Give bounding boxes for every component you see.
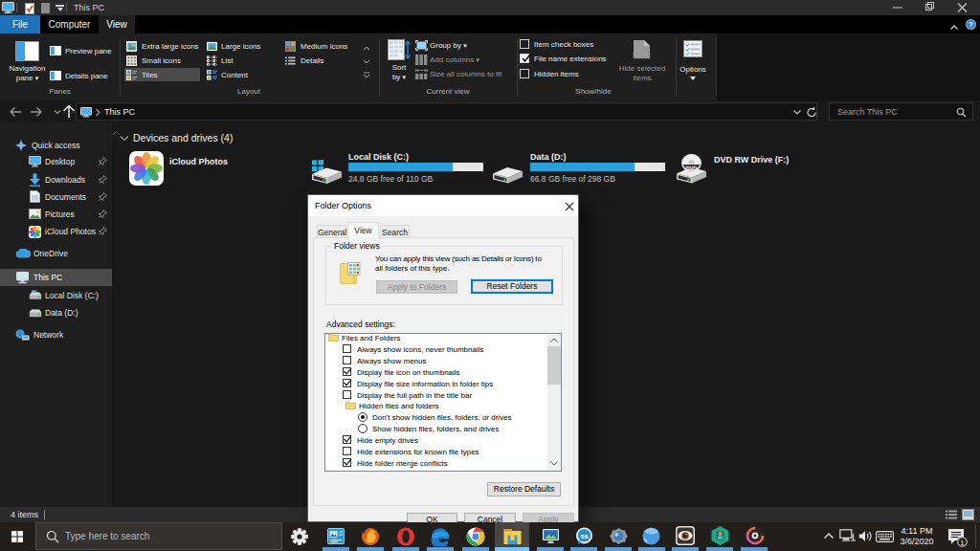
svg-text:1: 1 xyxy=(960,539,965,547)
svg-text:DVD: DVD xyxy=(686,165,698,171)
svg-text:sa: sa xyxy=(581,533,589,540)
